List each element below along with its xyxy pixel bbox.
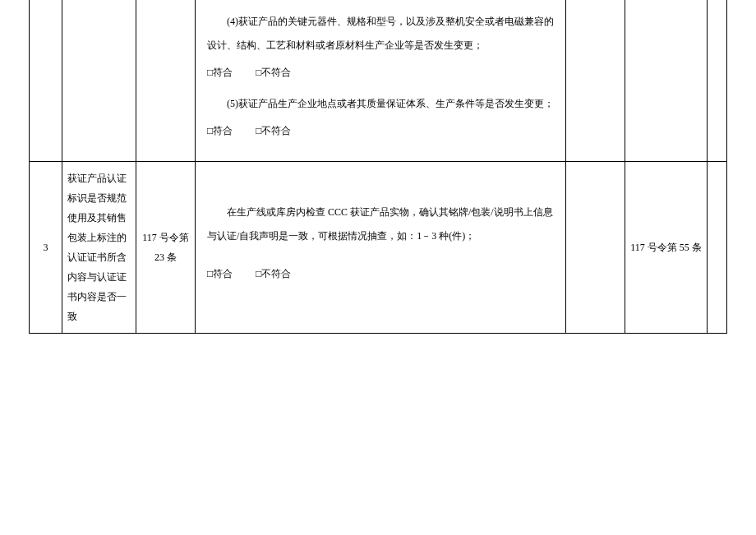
check-not-conform: □不符合 — [256, 268, 291, 279]
cell-num — [30, 0, 62, 161]
check-conform: □符合 — [207, 67, 233, 78]
content-item-5: (5)获证产品生产企业地点或者其质量保证体系、生产条件等是否发生变更； — [207, 92, 554, 116]
check-conform: □符合 — [207, 268, 233, 279]
check-not-conform: □不符合 — [256, 67, 291, 78]
cell-last — [708, 161, 727, 333]
check-line: □符合□不符合 — [207, 61, 554, 85]
page-container: (4)获证产品的关键元器件、规格和型号，以及涉及整机安全或者电磁兼容的设计、结构… — [0, 0, 756, 334]
table-row: (4)获证产品的关键元器件、规格和型号，以及涉及整机安全或者电磁兼容的设计、结构… — [30, 0, 727, 161]
cell-penalty — [625, 0, 708, 161]
cell-title: 获证产品认证标识是否规范使用及其销售包装上标注的认证证书所含内容与认证证书内容是… — [62, 161, 136, 333]
cell-basis: 117 号令第 23 条 — [136, 161, 196, 333]
content-item-4: (4)获证产品的关键元器件、规格和型号，以及涉及整机安全或者电磁兼容的设计、结构… — [207, 10, 554, 58]
check-line: □符合□不符合 — [207, 119, 554, 143]
cell-title — [62, 0, 136, 161]
cell-penalty: 117 号令第 55 条 — [625, 161, 708, 333]
check-conform: □符合 — [207, 125, 233, 136]
regulation-table: (4)获证产品的关键元器件、规格和型号，以及涉及整机安全或者电磁兼容的设计、结构… — [29, 0, 727, 334]
cell-last — [708, 0, 727, 161]
check-not-conform: □不符合 — [256, 125, 291, 136]
cell-basis — [136, 0, 196, 161]
check-line: □符合□不符合 — [207, 262, 554, 286]
table-row: 3 获证产品认证标识是否规范使用及其销售包装上标注的认证证书所含内容与认证证书内… — [30, 161, 727, 333]
cell-empty — [566, 161, 625, 333]
cell-content: 在生产线或库房内检查 CCC 获证产品实物，确认其铭牌/包装/说明书上信息与认证… — [196, 161, 566, 333]
cell-content: (4)获证产品的关键元器件、规格和型号，以及涉及整机安全或者电磁兼容的设计、结构… — [196, 0, 566, 161]
cell-num: 3 — [30, 161, 62, 333]
content-p1: 在生产线或库房内检查 CCC 获证产品实物，确认其铭牌/包装/说明书上信息与认证… — [207, 201, 554, 248]
cell-empty — [566, 0, 625, 161]
